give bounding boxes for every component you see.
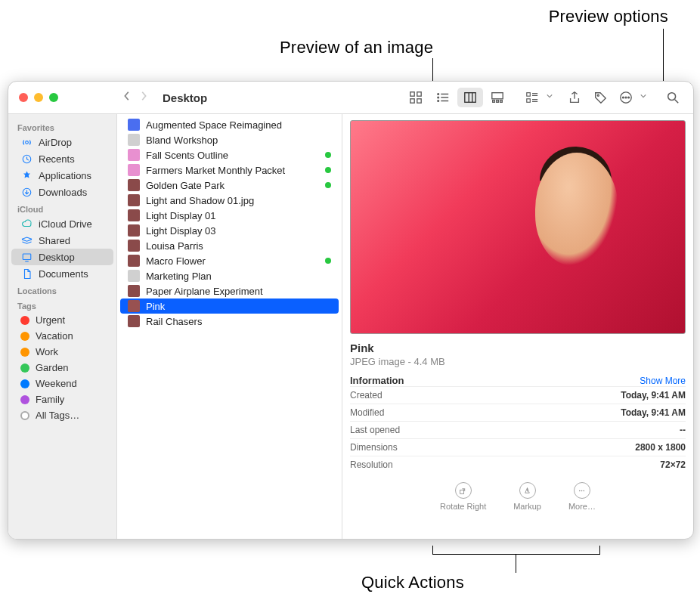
file-item[interactable]: Bland Workshop [120,132,339,147]
sidebar-item-label: Downloads [39,187,87,198]
svg-rect-10 [465,93,475,103]
share-button[interactable] [562,88,587,107]
preview-subtitle: JPEG image - 4.4 MB [350,356,686,367]
sidebar-item-label: Family [36,394,64,405]
back-button[interactable] [123,91,131,104]
info-label: Dimensions [350,442,398,453]
file-item[interactable]: Fall Scents Outline [120,147,339,162]
info-title: Information [350,375,404,386]
forward-button[interactable] [140,91,147,104]
file-list: Augmented Space ReimaginedBland Workshop… [117,114,342,539]
sidebar-item-documents[interactable]: Documents [11,265,113,282]
svg-rect-16 [500,101,503,103]
info-value: 2800 x 1800 [635,442,686,453]
file-item[interactable]: Light Display 01 [120,208,339,223]
svg-point-4 [438,94,439,95]
sidebar-item-label: Desktop [39,252,75,263]
tag-indicator-icon [325,167,331,173]
svg-point-36 [581,490,583,491]
svg-rect-15 [497,101,499,103]
minimize-button[interactable] [34,93,43,102]
tag-dot-icon [20,332,29,341]
all-tags-icon [20,411,29,420]
sidebar-item-label: AirDrop [39,137,72,148]
downloads-icon [20,186,33,198]
svg-point-6 [438,97,439,98]
file-name: Light and Shadow 01.jpg [146,195,254,206]
info-row: Resolution72×72 [350,456,686,473]
list-view-button[interactable] [430,88,456,107]
quick-action-rotate[interactable]: Rotate Right [440,482,486,511]
icon-view-button[interactable] [403,88,429,107]
sidebar-item-label: iCloud Drive [39,218,92,230]
finder-window: Desktop FavoritesAirDropRecentsApp [8,81,694,540]
sidebar-item-work[interactable]: Work [11,344,113,360]
file-name: Bland Workshop [146,135,218,146]
svg-point-25 [623,97,624,98]
file-icon [128,315,140,327]
file-item[interactable]: Paper Airplane Experiment [120,283,339,298]
sidebar-item-icloud-drive[interactable]: iCloud Drive [11,215,113,232]
svg-rect-0 [410,92,414,96]
sidebar-item-family[interactable]: Family [11,391,113,407]
sidebar-item-desktop[interactable]: Desktop [11,249,113,265]
sidebar-item-garden[interactable]: Garden [11,360,113,376]
shared-icon [20,234,33,246]
svg-point-26 [625,97,627,98]
gallery-view-button[interactable] [485,88,510,107]
quick-action-markup[interactable]: Markup [513,482,541,511]
file-name: Rail Chasers [146,316,202,327]
close-button[interactable] [19,93,28,102]
file-icon [128,224,140,237]
callout-bracket [432,546,600,555]
sidebar-item-downloads[interactable]: Downloads [11,184,113,200]
file-icon [128,300,140,312]
search-button[interactable] [660,88,686,107]
file-item[interactable]: Pink [120,298,339,314]
file-name: Augmented Space Reimagined [146,119,282,131]
file-item[interactable]: Marketing Plan [120,268,339,283]
more-button[interactable] [613,88,639,107]
file-name: Fall Scents Outline [146,150,228,161]
zoom-button[interactable] [49,93,58,102]
file-name: Macro Flower [146,255,206,267]
sidebar-item-all-tags-[interactable]: All Tags… [11,407,113,423]
svg-rect-1 [417,92,421,96]
file-item[interactable]: Golden Gate Park [120,178,339,193]
file-item[interactable]: Augmented Space Reimagined [120,117,339,132]
sidebar-item-vacation[interactable]: Vacation [11,328,113,344]
sidebar-item-label: Documents [39,268,88,280]
file-item[interactable]: Macro Flower [120,253,339,268]
file-name: Light Display 03 [146,225,216,237]
svg-rect-13 [492,93,503,99]
info-label: Created [350,390,383,401]
info-value: Today, 9:41 AM [621,407,686,418]
show-more-link[interactable]: Show More [640,376,686,386]
column-view-button[interactable] [457,88,483,107]
nav: Desktop [117,91,207,104]
file-item[interactable]: Rail Chasers [120,314,339,329]
info-value: 72×72 [660,459,686,470]
sidebar-item-shared[interactable]: Shared [11,232,113,249]
tag-dot-icon [20,316,29,325]
tags-button[interactable] [587,88,613,107]
svg-rect-14 [493,101,495,103]
svg-point-30 [25,141,28,144]
sidebar-section-header: Locations [8,282,116,297]
tag-dot-icon [20,395,29,404]
rotate-icon [455,482,472,499]
sidebar-item-airdrop[interactable]: AirDrop [11,134,113,150]
file-item[interactable]: Light Display 03 [120,223,339,238]
sidebar-item-weekend[interactable]: Weekend [11,376,113,391]
group-button[interactable] [519,88,545,107]
quick-action-more[interactable]: More… [568,482,596,511]
file-item[interactable]: Louisa Parris [120,238,339,253]
sidebar-item-recents[interactable]: Recents [11,150,113,167]
info-value: Today, 9:41 AM [621,390,686,401]
file-item[interactable]: Light and Shadow 01.jpg [120,193,339,208]
file-icon [128,285,140,297]
sidebar-item-applications[interactable]: Applications [11,167,113,184]
file-item[interactable]: Farmers Market Monthly Packet [120,162,339,178]
sidebar-item-urgent[interactable]: Urgent [11,312,113,328]
svg-rect-2 [410,99,414,103]
